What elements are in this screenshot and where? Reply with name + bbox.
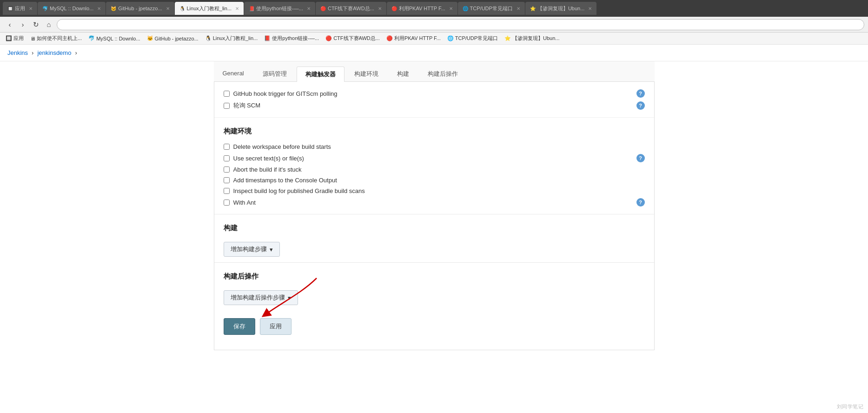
breadcrumb-sep2: › <box>75 49 77 56</box>
checkbox-use-secret[interactable] <box>224 155 230 161</box>
url-bar[interactable] <box>57 19 864 30</box>
bookmark-ctf[interactable]: 🔴 CTF线下赛AWD总... <box>323 34 383 43</box>
bookmark-python-icon: 📕 <box>264 35 271 41</box>
form-tabs: General 源码管理 构建触发器 构建环境 构建 构建后操作 <box>214 61 655 82</box>
label-poll-scm: 轮询 SCM <box>233 101 633 110</box>
reload-button[interactable]: ↻ <box>30 19 42 31</box>
pkav-favicon: 🔴 <box>391 6 397 11</box>
browser-tab-ctf[interactable]: 🔴 CTF线下赛AWD总... ✕ <box>316 2 386 15</box>
browser-tab-pkav[interactable]: 🔴 利用PKAV HTTP F... ✕ <box>387 2 457 15</box>
bookmark-ctf-label: CTF线下赛AWD总... <box>333 35 380 42</box>
browser-tab-apps[interactable]: 🔲 应用 ✕ <box>3 2 37 15</box>
tab-close-mysql[interactable]: ✕ <box>97 6 101 11</box>
cb-with-ant: With Ant ? <box>224 196 645 208</box>
browser-tab-tcp[interactable]: 🌐 TCP/UDP常见端口 ✕ <box>458 2 525 15</box>
bookmark-python[interactable]: 📕 使用python链接-—... <box>261 34 322 43</box>
checkbox-with-ant[interactable] <box>224 200 230 206</box>
checkbox-abort-stuck[interactable] <box>224 167 230 173</box>
tab-buildenv[interactable]: 构建环境 <box>345 66 387 81</box>
add-postbuild-step-button[interactable]: 增加构建后操作步骤 ▾ <box>224 290 298 305</box>
bookmark-python-label: 使用python链接-—... <box>272 35 319 42</box>
jenkins-panel: General 源码管理 构建触发器 构建环境 构建 构建后操作 GitHub … <box>206 61 662 350</box>
cb-use-secret: Use secret text(s) or file(s) ? <box>224 152 645 164</box>
help-use-secret[interactable]: ? <box>636 154 645 162</box>
help-with-ant[interactable]: ? <box>636 198 645 206</box>
bookmark-apps-icon: 🔲 <box>6 35 12 41</box>
help-poll-scm[interactable]: ? <box>636 101 645 110</box>
browser-tab-linux[interactable]: 🐧 Linux入门教程_lin... ✕ <box>175 2 244 15</box>
tab-close-python[interactable]: ✕ <box>307 6 311 11</box>
apply-button[interactable]: 应用 <box>260 318 292 335</box>
checkbox-github-hook[interactable] <box>224 91 230 97</box>
back-button[interactable]: ‹ <box>4 19 16 31</box>
bookmark-ubuntu-icon: ⭐ <box>504 35 511 41</box>
tab-build[interactable]: 构建 <box>388 66 418 81</box>
linux-tab-label: Linux入门教程_lin... <box>187 5 232 12</box>
tab-close-ubuntu[interactable]: ✕ <box>588 6 592 11</box>
breadcrumb-sep1: › <box>32 49 33 56</box>
checkbox-inspect-gradle[interactable] <box>224 188 230 194</box>
python-favicon: 📕 <box>249 6 254 11</box>
checkbox-delete-workspace[interactable] <box>224 144 230 150</box>
breadcrumb-jenkins[interactable]: Jenkins <box>7 49 28 56</box>
bookmark-tcp-icon: 🌐 <box>447 35 454 41</box>
bookmark-mysql-icon: 🐬 <box>88 35 95 41</box>
watermark: 刘同学笔记 <box>837 403 864 410</box>
checkbox-add-timestamps[interactable] <box>224 177 230 183</box>
postbuild-block: 构建后操作 增加构建后操作步骤 ▾ <box>214 262 654 311</box>
tab-trigger[interactable]: 构建触发器 <box>297 67 345 82</box>
bookmark-ubuntu[interactable]: ⭐ 【渗洞复现】Ubun... <box>502 34 562 43</box>
home-button[interactable]: ⌂ <box>43 19 55 31</box>
tab-postbuild[interactable]: 构建后操作 <box>419 66 467 81</box>
trigger-block: GitHub hook trigger for GITScm polling ?… <box>214 82 654 118</box>
bookmark-hosts[interactable]: 🖥 如何使不同主机上... <box>27 34 85 43</box>
bookmark-hosts-label: 如何使不同主机上... <box>37 35 82 42</box>
browser-tab-github[interactable]: 🐱 GitHub - jpetazzo... ✕ <box>106 2 174 15</box>
tab-close-tcp[interactable]: ✕ <box>517 6 520 11</box>
checkbox-poll-scm[interactable] <box>224 103 230 109</box>
main-panel: Jenkins › jenkinsdemo › General 源码管理 构建触… <box>0 45 868 413</box>
bookmark-tcp[interactable]: 🌐 TCP/UDP常见端口 <box>444 34 501 43</box>
page-wrapper: Jenkins › jenkinsdemo › General 源码管理 构建触… <box>0 45 868 413</box>
tcp-tab-label: TCP/UDP常见端口 <box>470 5 513 12</box>
bookmark-mysql[interactable]: 🐬 MySQL :: Downlo... <box>86 34 143 42</box>
save-button[interactable]: 保存 <box>224 318 255 335</box>
bookmark-apps[interactable]: 🔲 应用 <box>3 34 27 43</box>
browser-tab-python[interactable]: 📕 使用python链接-—... ✕ <box>244 2 315 15</box>
tab-general[interactable]: General <box>214 66 253 81</box>
add-build-step-button[interactable]: 增加构建步骤 ▾ <box>224 242 280 257</box>
python-tab-label: 使用python链接-—... <box>256 5 303 12</box>
bookmark-github-label: GitHub - jpetazzo... <box>155 36 199 41</box>
mysql-tab-label: MySQL :: Downlo... <box>50 6 93 11</box>
bookmark-linux[interactable]: 🐧 Linux入门教程_lin... <box>202 34 261 43</box>
cb-abort-stuck: Abort the build if it's stuck <box>224 164 645 175</box>
bookmark-hosts-icon: 🖥 <box>30 36 35 41</box>
postbuild-title: 构建后操作 <box>224 272 645 281</box>
browser-tab-ubuntu[interactable]: ⭐ 【渗洞复现】Ubun... ✕ <box>525 2 596 15</box>
bookmark-linux-icon: 🐧 <box>205 35 212 41</box>
bookmark-pkav[interactable]: 🔴 利用PKAV HTTP F... <box>384 34 444 43</box>
nav-bar: ‹ › ↻ ⌂ <box>0 17 868 33</box>
tab-close-github[interactable]: ✕ <box>166 6 170 11</box>
forward-button[interactable]: › <box>17 19 29 31</box>
tab-close-linux[interactable]: ✕ <box>235 6 239 11</box>
tab-close-apps[interactable]: ✕ <box>29 6 33 11</box>
linux-favicon: 🐧 <box>179 6 185 11</box>
bookmark-linux-label: Linux入门教程_lin... <box>213 35 258 42</box>
browser-tab-mysql[interactable]: 🐬 MySQL :: Downlo... ✕ <box>38 2 106 15</box>
bookmark-github[interactable]: 🐱 GitHub - jpetazzo... <box>144 34 201 42</box>
bookmark-apps-label: 应用 <box>13 35 24 42</box>
help-github-hook[interactable]: ? <box>636 89 645 98</box>
build-title: 构建 <box>224 224 645 233</box>
bookmark-pkav-icon: 🔴 <box>386 35 393 41</box>
label-with-ant: With Ant <box>233 199 633 206</box>
tab-close-pkav[interactable]: ✕ <box>449 6 453 11</box>
cb-github-hook: GitHub hook trigger for GITScm polling ? <box>224 87 645 100</box>
bookmark-ctf-icon: 🔴 <box>325 35 332 41</box>
breadcrumb-project[interactable]: jenkinsdemo <box>37 49 71 56</box>
tab-source[interactable]: 源码管理 <box>254 66 296 81</box>
tab-close-ctf[interactable]: ✕ <box>378 6 382 11</box>
save-area: 保存 应用 <box>214 311 654 342</box>
label-inspect-gradle: Inspect build log for published Gradle b… <box>233 187 645 194</box>
github-tab-label: GitHub - jpetazzo... <box>118 6 162 11</box>
